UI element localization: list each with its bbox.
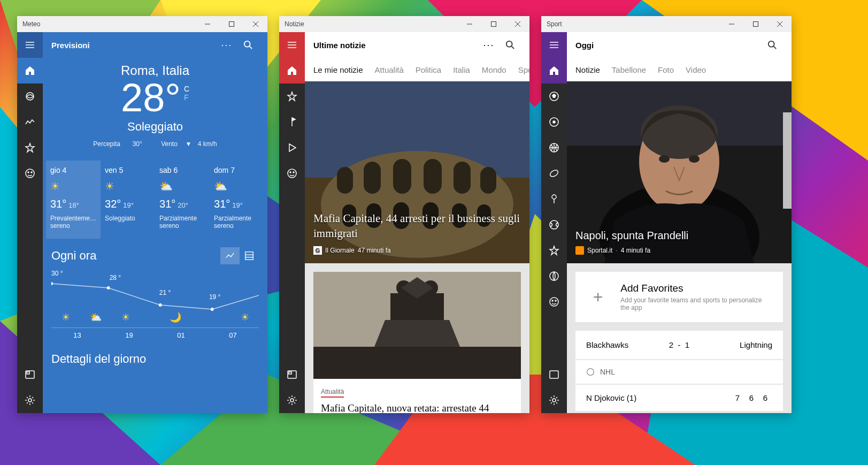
sidebar-home[interactable] (17, 58, 43, 83)
svg-rect-57 (364, 162, 381, 194)
scrollbar-thumb[interactable] (783, 112, 792, 209)
sport-window-title: Sport (547, 20, 719, 28)
tab-scoreboard[interactable]: Tabellone (612, 65, 646, 74)
tennis-row[interactable]: N Djokovic (1) 7 6 6 (575, 385, 783, 411)
tab-current[interactable]: Attualità (375, 65, 404, 74)
svg-point-27 (244, 41, 250, 47)
hero-time: 4 minuti fa (621, 247, 650, 254)
tab-world[interactable]: Mondo (482, 65, 506, 74)
svg-rect-23 (27, 372, 29, 374)
sidebar-motorsport-icon[interactable] (541, 109, 567, 135)
unit-fahrenheit[interactable]: F (184, 93, 189, 102)
close-button[interactable] (243, 16, 267, 32)
search-button[interactable] (762, 32, 783, 58)
weather-window: Meteo Previsioni ··· Roma, Italia (17, 16, 267, 413)
source-badge (575, 246, 584, 255)
sidebar-feedback[interactable] (541, 289, 567, 315)
sidebar-settings[interactable] (541, 387, 567, 413)
sidebar-history[interactable] (17, 109, 43, 135)
more-button[interactable]: ··· (216, 32, 237, 58)
sidebar-golf-icon[interactable] (541, 186, 567, 212)
hero-source: Sportal.it (587, 247, 612, 254)
svg-point-85 (553, 121, 555, 123)
sidebar-local[interactable] (279, 109, 305, 135)
maximize-button[interactable] (743, 16, 767, 32)
maximize-button[interactable] (481, 16, 505, 32)
svg-rect-97 (550, 371, 558, 378)
sidebar-rugby-icon[interactable] (541, 161, 567, 186)
minimize-button[interactable] (719, 16, 743, 32)
hamburger-button[interactable] (279, 32, 305, 58)
svg-point-99 (769, 41, 774, 47)
sun-icon: ☀ (62, 311, 70, 323)
hockey-icon (586, 368, 595, 376)
unit-celsius[interactable]: C (184, 85, 189, 93)
tab-entertainment[interactable]: Spettacolo (518, 65, 529, 74)
minimize-button[interactable] (457, 16, 481, 32)
sidebar-feedback[interactable] (17, 161, 43, 186)
tab-news[interactable]: Notizie (575, 65, 600, 74)
sidebar-news-icon[interactable] (279, 362, 305, 387)
hamburger-button[interactable] (541, 32, 567, 58)
hourly-title: Ogni ora (51, 249, 220, 263)
score-row[interactable]: Blackhawks 2 - 1 Lightning (575, 331, 783, 359)
weather-page-title: Previsioni (51, 41, 216, 50)
sidebar-more-sports-icon[interactable] (541, 263, 567, 289)
tab-politics[interactable]: Politica (416, 65, 441, 74)
tab-video[interactable]: Video (686, 65, 706, 74)
svg-point-32 (51, 282, 53, 285)
svg-point-47 (293, 172, 294, 173)
news-page-title: Ultime notizie (313, 41, 478, 50)
sidebar-interests[interactable] (279, 83, 305, 109)
forecast-day[interactable]: ven 5 ☀ 32°19° Soleggiato (101, 161, 155, 239)
sidebar-favorites[interactable] (541, 238, 567, 263)
sport-hero-article[interactable]: Napoli, spunta Prandelli Sportal.it · 4 … (567, 81, 792, 263)
sidebar-news-icon[interactable] (541, 362, 567, 387)
forecast-day[interactable]: dom 7 ⛅ 31°19° Parzialmente sereno (210, 161, 264, 239)
more-button[interactable]: ··· (478, 32, 500, 58)
tab-italy[interactable]: Italia (453, 65, 470, 74)
sidebar-home[interactable] (541, 58, 567, 83)
feels-like: Percepita 30° (89, 140, 147, 148)
sidebar-favorites[interactable] (17, 135, 43, 161)
league-row[interactable]: NHL (575, 360, 783, 384)
sidebar-settings[interactable] (279, 387, 305, 413)
sidebar-home[interactable] (279, 58, 305, 83)
sun-icon: ☀ (241, 311, 249, 323)
card-headline: Mafia Capitale, nuova retata: arrestate … (321, 402, 513, 413)
search-button[interactable] (237, 32, 259, 58)
svg-point-93 (550, 272, 558, 280)
partly-cloudy-icon: ⛅ (159, 180, 205, 193)
sidebar-video[interactable] (279, 135, 305, 161)
svg-rect-60 (454, 162, 471, 194)
tab-photo[interactable]: Foto (658, 65, 674, 74)
sidebar-maps[interactable] (17, 83, 43, 109)
add-favorites-card[interactable]: + Add Favorites Add your favorite teams … (575, 272, 783, 322)
maximize-button[interactable] (219, 16, 243, 32)
forecast-day[interactable]: sab 6 ⛅ 31°20° Parzialmente sereno (155, 161, 210, 239)
close-button[interactable] (767, 16, 792, 32)
svg-marker-44 (289, 144, 296, 151)
svg-point-108 (587, 369, 594, 376)
tab-my-news[interactable]: Le mie notizie (313, 65, 363, 74)
news-card[interactable]: Attualità Mafia Capitale, nuova retata: … (313, 272, 521, 413)
hamburger-button[interactable] (17, 32, 43, 58)
sidebar-basketball-icon[interactable] (541, 135, 567, 161)
minimize-button[interactable] (195, 16, 219, 32)
sidebar-tennis-icon[interactable] (541, 212, 567, 238)
svg-marker-70 (374, 320, 460, 347)
sidebar-settings[interactable] (17, 387, 43, 413)
sidebar-feedback[interactable] (279, 161, 305, 186)
search-button[interactable] (500, 32, 521, 58)
chart-view-button[interactable] (220, 247, 240, 264)
close-button[interactable] (505, 16, 529, 32)
list-view-button[interactable] (240, 247, 259, 264)
sidebar-football-icon[interactable] (541, 83, 567, 109)
svg-rect-29 (245, 252, 253, 260)
svg-point-51 (506, 41, 512, 47)
svg-marker-83 (552, 94, 556, 98)
sport-hero-headline: Napoli, spunta Prandelli (575, 230, 688, 242)
sidebar-news-icon[interactable] (17, 362, 43, 387)
forecast-day[interactable]: gio 4 ☀ 31°18° Prevalenteme…sereno (46, 161, 101, 239)
news-hero-article[interactable]: Mafia Capitale, 44 arresti per il busine… (305, 81, 529, 263)
